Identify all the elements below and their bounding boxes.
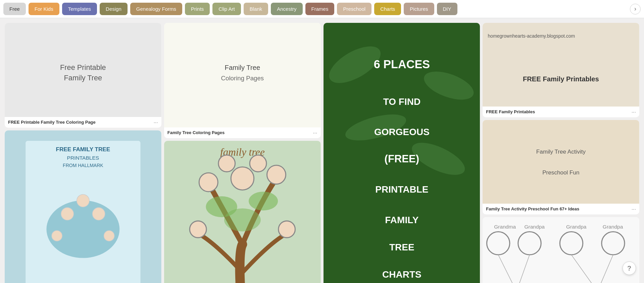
svg-text:FREE FAMILY TREE: FREE FAMILY TREE <box>56 146 110 153</box>
svg-point-14 <box>104 231 114 241</box>
card-c12[interactable]: Grandma Grandpa Grandpa Grandpa My Mom M… <box>483 217 639 283</box>
svg-point-38 <box>199 173 218 192</box>
svg-text:TO FIND: TO FIND <box>383 96 420 107</box>
nav-btn-diy[interactable]: DIY <box>437 3 457 15</box>
svg-text:CHARTS: CHARTS <box>382 269 422 280</box>
nav-bar: FreeFor KidsTemplatesDesignGenealogy For… <box>0 0 644 18</box>
nav-next-arrow[interactable]: › <box>630 4 641 14</box>
svg-text:homegrownhearts-academy.blogsp: homegrownhearts-academy.blogspot.com <box>488 33 575 39</box>
svg-text:PRINTABLE: PRINTABLE <box>375 184 428 195</box>
nav-btn-for-kids[interactable]: For Kids <box>29 3 59 15</box>
svg-point-8 <box>46 201 119 258</box>
nav-btn-blank[interactable]: Blank <box>244 3 268 15</box>
card-menu-c1[interactable]: ··· <box>151 120 158 126</box>
svg-point-11 <box>92 208 105 220</box>
svg-text:FAMILY: FAMILY <box>385 215 418 225</box>
column-col3: 6 PLACES TO FIND GORGEOUS (FREE) PRINTAB… <box>322 22 482 283</box>
column-col2: Family Tree Coloring Pages Family Tree C… <box>163 22 322 283</box>
svg-point-42 <box>218 155 235 172</box>
column-col1: Free Printable Family Tree FREE Printabl… <box>3 22 163 283</box>
card-title-c11: Family Tree Activity Preschool Fun 67+ I… <box>486 206 629 212</box>
svg-text:FROM HALLMARK: FROM HALLMARK <box>63 163 103 168</box>
svg-text:Family Tree: Family Tree <box>64 74 102 82</box>
svg-text:6 PLACES: 6 PLACES <box>374 58 430 71</box>
card-image-c1: Free Printable Family Tree <box>5 23 161 117</box>
svg-text:Family Tree: Family Tree <box>225 64 260 71</box>
svg-text:Grandma: Grandma <box>494 224 516 230</box>
nav-btn-frames[interactable]: Frames <box>305 3 335 15</box>
svg-point-13 <box>52 231 62 241</box>
card-c4[interactable]: Family Tree Coloring Pages Family Tree C… <box>164 23 321 138</box>
card-c10[interactable]: homegrownhearts-academy.blogspot.com FRE… <box>483 23 639 117</box>
card-c7[interactable]: 6 PLACES TO FIND GORGEOUS (FREE) PRINTAB… <box>324 23 480 283</box>
nav-btn-clip-art[interactable]: Clip Art <box>212 3 241 15</box>
column-col4: homegrownhearts-academy.blogspot.com FRE… <box>481 22 641 283</box>
svg-point-12 <box>77 194 89 207</box>
card-c2[interactable]: FREE FAMILY TREE PRINTABLES FROM HALLMAR… <box>5 130 161 283</box>
nav-btn-templates[interactable]: Templates <box>62 3 97 15</box>
card-menu-c11[interactable]: ··· <box>630 206 636 212</box>
svg-text:Preschool Fun: Preschool Fun <box>542 169 579 176</box>
svg-point-46 <box>224 208 261 231</box>
svg-point-41 <box>278 221 295 238</box>
card-c5[interactable]: family tree Family Tree Ideas For School… <box>164 141 321 283</box>
svg-text:Free Printable: Free Printable <box>60 63 106 72</box>
svg-text:GORGEOUS: GORGEOUS <box>374 127 429 137</box>
card-c11[interactable]: Family Tree Activity Preschool Fun Famil… <box>483 120 639 214</box>
svg-text:Grandpa: Grandpa <box>525 224 545 230</box>
nav-btn-prints[interactable]: Prints <box>185 3 210 15</box>
card-image-c5: family tree <box>164 141 321 283</box>
svg-point-10 <box>61 208 73 220</box>
svg-text:Grandpa: Grandpa <box>566 224 587 230</box>
svg-point-37 <box>231 167 254 190</box>
card-title-c4: Family Tree Coloring Pages <box>167 130 311 136</box>
svg-point-39 <box>267 165 286 184</box>
svg-text:Coloring Pages: Coloring Pages <box>221 75 264 82</box>
card-image-c2: FREE FAMILY TREE PRINTABLES FROM HALLMAR… <box>5 130 161 283</box>
card-image-c7: 6 PLACES TO FIND GORGEOUS (FREE) PRINTAB… <box>324 23 480 283</box>
card-menu-c4[interactable]: ··· <box>311 130 317 136</box>
nav-btn-ancestry[interactable]: Ancestry <box>271 3 302 15</box>
nav-btn-charts[interactable]: Charts <box>374 3 401 15</box>
card-image-c4: Family Tree Coloring Pages <box>164 23 321 127</box>
svg-text:Grandpa: Grandpa <box>603 224 623 230</box>
nav-btn-design[interactable]: Design <box>100 3 128 15</box>
svg-point-45 <box>249 192 278 210</box>
card-menu-c10[interactable]: ··· <box>630 109 636 115</box>
svg-rect-82 <box>483 120 639 204</box>
card-title-c1: FREE Printable Family Tree Coloring Page <box>8 120 151 125</box>
card-image-c11: Family Tree Activity Preschool Fun <box>483 120 639 204</box>
nav-btn-genealogy-forms[interactable]: Genealogy Forms <box>130 3 182 15</box>
svg-text:(FREE): (FREE) <box>384 153 419 165</box>
help-button[interactable]: ? <box>623 261 636 275</box>
svg-point-43 <box>250 155 266 172</box>
svg-text:TREE: TREE <box>389 242 414 252</box>
nav-btn-pictures[interactable]: Pictures <box>404 3 434 15</box>
card-image-c12: Grandma Grandpa Grandpa Grandpa My Mom M… <box>483 217 639 283</box>
card-image-c10: homegrownhearts-academy.blogspot.com FRE… <box>483 23 639 107</box>
image-grid: Free Printable Family Tree FREE Printabl… <box>0 18 644 283</box>
svg-point-40 <box>190 221 206 238</box>
card-title-c10: FREE Family Printables <box>486 109 629 115</box>
nav-btn-free[interactable]: Free <box>3 3 26 15</box>
nav-btn-preschool[interactable]: Preschool <box>337 3 371 15</box>
svg-text:FREE Family Printables: FREE Family Printables <box>523 75 599 83</box>
svg-text:PRINTABLES: PRINTABLES <box>67 155 99 161</box>
svg-text:Family Tree Activity: Family Tree Activity <box>536 148 586 155</box>
card-c1[interactable]: Free Printable Family Tree FREE Printabl… <box>5 23 161 128</box>
